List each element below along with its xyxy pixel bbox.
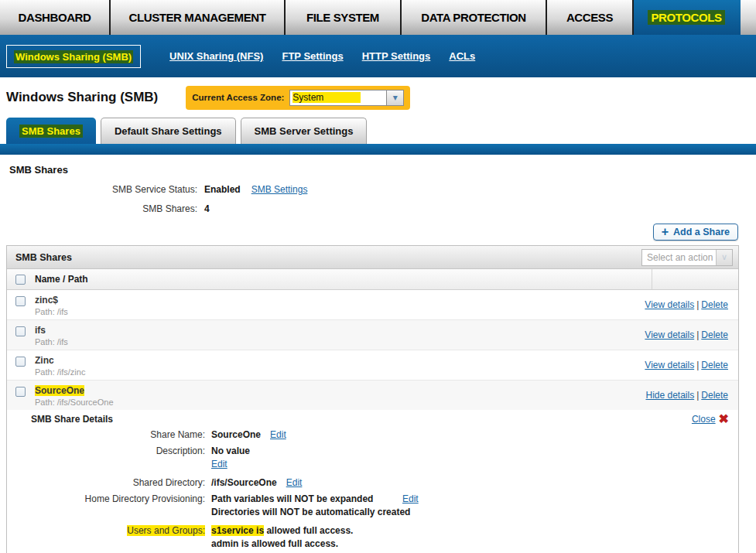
subnav-link-acls[interactable]: ACLs (449, 50, 475, 62)
add-share-button-label: Add a Share (673, 227, 730, 237)
shares-count-label: SMB Shares: (0, 203, 197, 214)
smb-tabstrip: SMB Shares Default Share Settings SMB Se… (0, 118, 756, 144)
row-actions: Hide details|Delete (645, 385, 738, 401)
detail-row-shared-directory: Shared Directory: /ifs/SourceOne Edit (7, 477, 738, 488)
shares-count-line: SMB Shares: 4 (0, 203, 756, 214)
toolbar: + Add a Share (0, 224, 738, 241)
nav-tab-label: CLUSTER MANAGEMENT (129, 11, 266, 24)
page-title: Windows Sharing (SMB) (6, 90, 158, 105)
nav-tab-file-system[interactable]: FILE SYSTEM (286, 0, 402, 35)
table-title: SMB Shares (15, 252, 72, 263)
nav-tab-data-protection[interactable]: DATA PROTECTION (402, 0, 547, 35)
access-zone-value: System (290, 90, 386, 105)
access-zone-badge: Current Access Zone: System ▾ (186, 86, 410, 110)
delete-link[interactable]: Delete (701, 299, 728, 310)
link-separator: | (696, 329, 699, 340)
detail-label: Share Name: (7, 429, 205, 440)
page-header: Windows Sharing (SMB) Current Access Zon… (0, 77, 756, 110)
link-separator: | (696, 360, 699, 370)
delete-link[interactable]: Delete (701, 329, 728, 340)
section-heading: SMB Shares (9, 164, 756, 176)
close-icon[interactable]: ✖ (719, 414, 729, 425)
edit-shared-directory-link[interactable]: Edit (286, 477, 303, 488)
secondary-nav: Windows Sharing (SMB) UNIX Sharing (NFS)… (0, 35, 756, 77)
row-actions: View details|Delete (645, 355, 738, 371)
smb-share-details-panel: SMB Share Details Close ✖ Share Name: So… (7, 410, 738, 553)
edit-share-name-link[interactable]: Edit (270, 429, 286, 440)
row-checkbox[interactable] (15, 387, 26, 397)
row-actions: View details|Delete (645, 295, 738, 311)
share-path: Path: /ifs (35, 337, 68, 346)
row-checkbox[interactable] (15, 326, 26, 336)
close-link[interactable]: Close (692, 414, 716, 425)
detail-label: Description: (7, 445, 205, 456)
subnav-link-http-settings[interactable]: HTTP Settings (362, 50, 431, 62)
actions-column-spacer (652, 269, 738, 289)
tab-default-share-settings[interactable]: Default Share Settings (101, 118, 236, 144)
table-title-bar: SMB Shares Select an action ∨ (7, 246, 738, 269)
hide-details-link[interactable]: Hide details (645, 390, 694, 401)
select-an-action-dropdown[interactable]: Select an action ∨ (641, 249, 733, 266)
edit-description-link[interactable]: Edit (211, 459, 227, 469)
detail-label: Shared Directory: (7, 477, 205, 488)
detail-value-block: No value Edit (211, 445, 250, 472)
details-title: SMB Share Details (31, 414, 113, 425)
row-checkbox[interactable] (15, 296, 26, 306)
nav-tab-protocols[interactable]: PROTOCOLS (634, 0, 739, 35)
table-row: Zinc Path: /ifs/zinc View details|Delete (7, 350, 738, 381)
select-all-checkbox[interactable] (15, 275, 26, 285)
add-share-button[interactable]: + Add a Share (653, 224, 738, 241)
subnav-link-unix-sharing-nfs[interactable]: UNIX Sharing (NFS) (169, 50, 263, 62)
detail-row-share-name: Share Name: SourceOne Edit (7, 429, 738, 440)
chevron-down-icon[interactable]: ▾ (386, 90, 403, 105)
detail-row-users-groups: Users and Groups: s1service is allowed f… (7, 525, 738, 553)
nav-tab-label: FILE SYSTEM (306, 11, 379, 24)
smb-settings-link[interactable]: SMB Settings (251, 184, 308, 195)
detail-row-home-directory: Home Directory Provisioning: Path variab… (7, 493, 738, 520)
subnav-item-windows-sharing-smb[interactable]: Windows Sharing (SMB) (6, 45, 141, 68)
view-details-link[interactable]: View details (645, 299, 694, 310)
access-zone-label: Current Access Zone: (192, 93, 284, 102)
detail-label-highlighted: Users and Groups: (7, 525, 205, 536)
chevron-down-icon[interactable]: ∨ (716, 250, 732, 265)
tab-divider-bar (0, 144, 756, 155)
nav-tab-label: ACCESS (566, 11, 613, 24)
row-name-path: zinc$ Path: /ifs (35, 295, 68, 316)
share-name: zinc$ (35, 295, 68, 306)
view-details-link[interactable]: View details (645, 329, 694, 340)
column-header-name-path: Name / Path (35, 274, 88, 285)
nav-tab-dashboard[interactable]: DASHBOARD (0, 0, 111, 35)
users-groups-line1: s1service is allowed full access. (211, 525, 353, 536)
delete-link[interactable]: Delete (701, 360, 728, 370)
row-name-path: Zinc Path: /ifs/zinc (35, 355, 85, 377)
nav-tab-cluster-management[interactable]: CLUSTER MANAGEMENT (111, 0, 286, 35)
nav-tab-partial (741, 0, 756, 35)
share-path: Path: /ifs (35, 307, 68, 316)
tab-label: SMB Server Settings (255, 125, 354, 137)
subnav-active-label: Windows Sharing (SMB) (14, 50, 133, 63)
nav-tab-label: DASHBOARD (19, 11, 91, 24)
row-name-path: SourceOne Path: /ifs/SourceOne (35, 385, 114, 407)
smb-shares-table: SMB Shares Select an action ∨ Name / Pat… (6, 245, 739, 553)
service-status-label: SMB Service Status: (0, 184, 197, 195)
delete-link[interactable]: Delete (701, 390, 728, 401)
tab-smb-shares[interactable]: SMB Shares (6, 118, 96, 144)
close-details[interactable]: Close ✖ (692, 414, 729, 425)
subnav-link-ftp-settings[interactable]: FTP Settings (282, 50, 343, 62)
tab-smb-server-settings[interactable]: SMB Server Settings (241, 118, 368, 144)
share-path: Path: /ifs/zinc (35, 367, 85, 377)
service-status-line: SMB Service Status: Enabled SMB Settings (0, 184, 756, 195)
view-details-link[interactable]: View details (645, 360, 694, 370)
nav-tab-label-active: PROTOCOLS (648, 10, 724, 25)
edit-home-directory-link[interactable]: Edit (402, 493, 419, 504)
nav-tab-access[interactable]: ACCESS (547, 0, 634, 35)
nav-tab-label: DATA PROTECTION (421, 11, 525, 24)
detail-value-block: s1service is allowed full access. admin … (211, 525, 353, 553)
detail-label: Home Directory Provisioning: (7, 493, 205, 504)
access-zone-select[interactable]: System ▾ (289, 90, 404, 106)
row-checkbox[interactable] (15, 357, 26, 367)
row-actions: View details|Delete (645, 325, 738, 341)
shares-count-value: 4 (204, 203, 210, 214)
table-row: zinc$ Path: /ifs View details|Delete (7, 290, 738, 320)
primary-nav: DASHBOARD CLUSTER MANAGEMENT FILE SYSTEM… (0, 0, 756, 35)
